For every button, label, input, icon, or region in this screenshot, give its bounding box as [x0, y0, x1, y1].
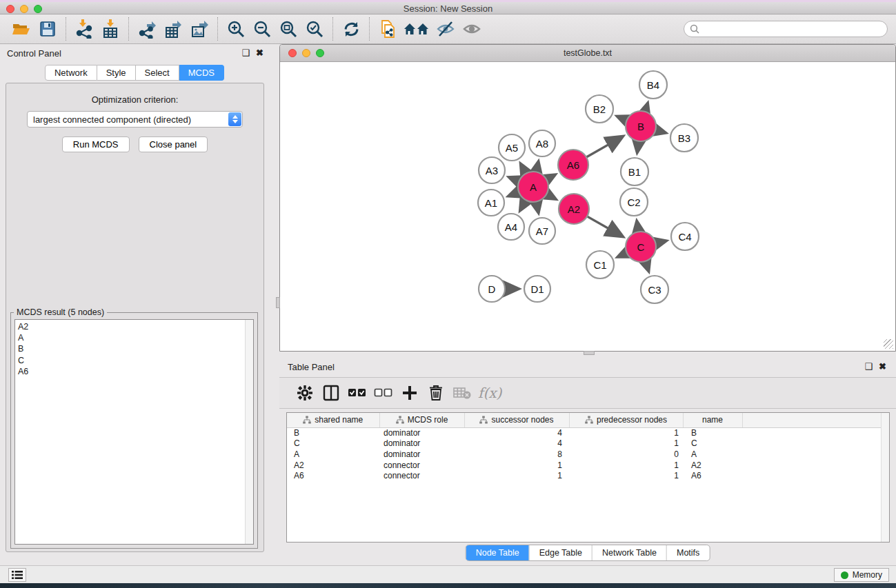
- close-panel-button[interactable]: Close panel: [139, 136, 208, 152]
- table-cell[interactable]: A6: [287, 470, 379, 481]
- table-cell[interactable]: 1: [569, 438, 683, 449]
- splitter-handle-bottom[interactable]: [584, 351, 595, 355]
- table-cell[interactable]: A: [287, 449, 379, 460]
- zoom-fit-icon[interactable]: [277, 18, 299, 40]
- table-cell[interactable]: C: [683, 438, 742, 449]
- table-cell[interactable]: dominator: [379, 449, 464, 460]
- criterion-dropdown[interactable]: largest connected component (directed): [27, 111, 243, 128]
- close-table-panel-icon[interactable]: ✖: [879, 361, 886, 372]
- export-image-icon[interactable]: [188, 18, 210, 40]
- table-settings-icon[interactable]: [293, 381, 317, 405]
- unselect-all-columns-icon[interactable]: [372, 381, 395, 405]
- column-header-MCDS-role[interactable]: MCDS role: [379, 413, 464, 427]
- zoom-in-icon[interactable]: [225, 18, 247, 40]
- table-row[interactable]: Adominator80A: [287, 449, 889, 460]
- zoom-out-icon[interactable]: [251, 18, 273, 40]
- table-cell[interactable]: A6: [683, 470, 742, 481]
- tab-edge-table[interactable]: Edge Table: [529, 545, 592, 560]
- table-cell[interactable]: A2: [287, 460, 379, 471]
- mcds-panel: Optimization criterion: largest connecte…: [6, 83, 264, 552]
- table-cell[interactable]: 4: [464, 427, 569, 438]
- first-neighbors-icon[interactable]: [403, 18, 430, 40]
- delete-table-icon[interactable]: [450, 381, 474, 405]
- mcds-result-title: MCDS result (5 nodes): [14, 307, 107, 317]
- table-row[interactable]: A2connector11A2: [287, 460, 889, 471]
- table-cell[interactable]: B: [287, 427, 379, 438]
- table-cell[interactable]: 1: [569, 427, 683, 438]
- tab-select[interactable]: Select: [136, 65, 179, 81]
- tab-motifs[interactable]: Motifs: [666, 545, 709, 560]
- network-window-titlebar: testGlobe.txt: [280, 45, 895, 62]
- tab-style[interactable]: Style: [97, 65, 136, 81]
- table-cell[interactable]: 1: [569, 470, 683, 481]
- open-session-icon[interactable]: [10, 18, 32, 40]
- table-cell[interactable]: 1: [464, 460, 569, 471]
- table-cell[interactable]: 4: [464, 438, 569, 449]
- show-all-icon[interactable]: [461, 18, 483, 40]
- create-column-icon[interactable]: [398, 381, 421, 405]
- table-scrollbar[interactable]: [881, 413, 889, 542]
- table-cell[interactable]: 1: [569, 460, 683, 471]
- search-field[interactable]: [684, 21, 888, 37]
- import-network-icon[interactable]: [73, 18, 95, 40]
- select-all-columns-icon[interactable]: [346, 381, 369, 405]
- table-cell[interactable]: C: [287, 438, 379, 449]
- table-row[interactable]: A6connector11A6: [287, 470, 889, 481]
- table-cell[interactable]: 0: [569, 449, 683, 460]
- close-panel-icon[interactable]: ✖: [256, 48, 263, 58]
- resize-grip[interactable]: [884, 339, 893, 349]
- column-header-predecessor-nodes[interactable]: predecessor nodes: [569, 413, 683, 427]
- tab-node-table[interactable]: Node Table: [466, 545, 529, 560]
- duplicate-network-icon[interactable]: [377, 18, 399, 40]
- float-table-panel-icon[interactable]: ❑: [864, 361, 873, 372]
- graph-node-label: B2: [593, 103, 606, 115]
- table-cell[interactable]: 1: [464, 470, 569, 481]
- task-history-button[interactable]: [8, 568, 26, 582]
- tab-mcds[interactable]: MCDS: [179, 65, 224, 81]
- function-builder-icon[interactable]: f(x): [475, 385, 501, 401]
- float-panel-icon[interactable]: ❑: [241, 48, 250, 58]
- run-mcds-button[interactable]: Run MCDS: [62, 136, 130, 152]
- table-cell[interactable]: connector: [379, 470, 464, 481]
- table-cell[interactable]: connector: [379, 460, 464, 471]
- mcds-result-item[interactable]: C: [18, 355, 253, 366]
- export-table-icon[interactable]: [162, 18, 184, 40]
- mcds-result-item[interactable]: A6: [18, 366, 253, 377]
- table-cell[interactable]: 8: [464, 449, 569, 460]
- table-cell[interactable]: dominator: [379, 427, 464, 438]
- delete-columns-icon[interactable]: [424, 381, 448, 405]
- table-row[interactable]: Cdominator41C: [287, 438, 889, 449]
- mcds-result-item[interactable]: A2: [18, 321, 253, 332]
- column-header-successor-nodes[interactable]: successor nodes: [464, 413, 569, 427]
- table-row[interactable]: Bdominator41B: [287, 427, 889, 438]
- table-cell[interactable]: A2: [683, 460, 742, 471]
- network-canvas[interactable]: B4B2BB3A5A8A6A3B1AA1C2A2A4A7C4CC1DD1C3: [281, 62, 895, 350]
- column-header-shared-name[interactable]: shared name: [287, 413, 379, 427]
- zoom-selected-icon[interactable]: [303, 18, 326, 40]
- mcds-result-groupbox: MCDS result (5 nodes) A2ABCA6: [10, 312, 258, 549]
- hide-selected-icon[interactable]: [435, 18, 457, 40]
- mcds-result-item[interactable]: A: [18, 332, 253, 343]
- tab-network-table[interactable]: Network Table: [592, 545, 666, 560]
- tab-network[interactable]: Network: [45, 65, 97, 81]
- save-session-icon[interactable]: [37, 18, 59, 40]
- graph-node-label: A4: [505, 221, 517, 233]
- mcds-list-scrollbar[interactable]: [245, 320, 253, 544]
- graph-edge-A6-B[interactable]: [585, 136, 623, 158]
- split-view-icon[interactable]: [319, 381, 343, 405]
- export-network-icon[interactable]: [136, 18, 158, 40]
- import-table-icon[interactable]: [99, 18, 121, 40]
- graph-edge-A2-C[interactable]: [586, 216, 623, 236]
- mcds-result-list[interactable]: A2ABCA6: [14, 319, 254, 545]
- table-cell[interactable]: dominator: [379, 438, 464, 449]
- search-input[interactable]: [703, 24, 882, 34]
- column-header-name[interactable]: name: [683, 413, 742, 427]
- graph-node-label: A6: [567, 159, 579, 171]
- table-cell[interactable]: A: [683, 449, 742, 460]
- memory-button[interactable]: Memory: [834, 568, 889, 582]
- mcds-result-item[interactable]: B: [18, 343, 253, 354]
- splitter-handle-left[interactable]: [276, 297, 280, 308]
- control-panel: Control Panel ❑ ✖ NetworkStyleSelectMCDS…: [0, 44, 269, 565]
- refresh-icon[interactable]: [340, 18, 362, 40]
- table-cell[interactable]: B: [683, 427, 742, 438]
